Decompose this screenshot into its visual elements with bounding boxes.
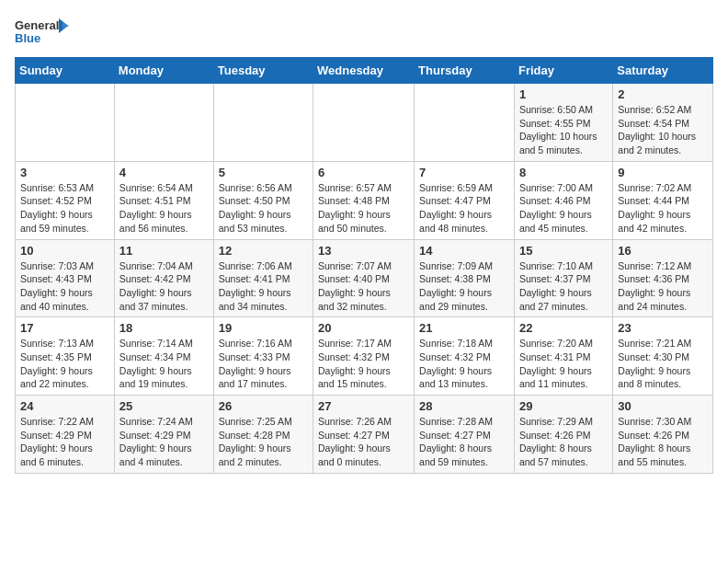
day-info: Sunrise: 6:57 AM Sunset: 4:48 PM Dayligh… xyxy=(318,181,409,236)
page-header: General Blue xyxy=(15,15,713,50)
calendar-cell: 6Sunrise: 6:57 AM Sunset: 4:48 PM Daylig… xyxy=(313,161,415,239)
day-info: Sunrise: 7:07 AM Sunset: 4:40 PM Dayligh… xyxy=(318,259,409,314)
day-number: 21 xyxy=(419,321,509,335)
day-number: 7 xyxy=(419,166,509,179)
day-info: Sunrise: 6:53 AM Sunset: 4:52 PM Dayligh… xyxy=(20,181,109,236)
day-info: Sunrise: 6:50 AM Sunset: 4:55 PM Dayligh… xyxy=(519,103,608,157)
calendar-cell: 9Sunrise: 7:02 AM Sunset: 4:44 PM Daylig… xyxy=(613,161,713,239)
day-number: 3 xyxy=(20,166,109,179)
calendar-cell xyxy=(16,84,115,162)
day-number: 5 xyxy=(219,166,308,179)
day-info: Sunrise: 6:54 AM Sunset: 4:51 PM Dayligh… xyxy=(119,181,209,236)
day-info: Sunrise: 7:22 AM Sunset: 4:29 PM Dayligh… xyxy=(20,415,109,469)
calendar-cell: 27Sunrise: 7:26 AM Sunset: 4:27 PM Dayli… xyxy=(313,396,415,474)
weekday-header-sunday: Sunday xyxy=(16,58,115,84)
day-info: Sunrise: 7:26 AM Sunset: 4:27 PM Dayligh… xyxy=(318,415,409,469)
calendar-week-row: 10Sunrise: 7:03 AM Sunset: 4:43 PM Dayli… xyxy=(16,239,713,317)
day-number: 6 xyxy=(318,166,409,179)
day-info: Sunrise: 7:02 AM Sunset: 4:44 PM Dayligh… xyxy=(618,181,708,236)
day-number: 30 xyxy=(618,399,708,413)
day-info: Sunrise: 7:25 AM Sunset: 4:28 PM Dayligh… xyxy=(219,415,308,469)
day-number: 20 xyxy=(318,321,409,335)
calendar-cell: 18Sunrise: 7:14 AM Sunset: 4:34 PM Dayli… xyxy=(114,317,213,396)
day-info: Sunrise: 7:03 AM Sunset: 4:43 PM Dayligh… xyxy=(20,259,109,314)
calendar-week-row: 3Sunrise: 6:53 AM Sunset: 4:52 PM Daylig… xyxy=(16,161,713,239)
day-info: Sunrise: 7:13 AM Sunset: 4:35 PM Dayligh… xyxy=(20,337,109,391)
calendar-cell: 25Sunrise: 7:24 AM Sunset: 4:29 PM Dayli… xyxy=(114,396,213,474)
day-number: 23 xyxy=(618,321,708,335)
calendar-cell: 7Sunrise: 6:59 AM Sunset: 4:47 PM Daylig… xyxy=(415,161,515,239)
day-number: 25 xyxy=(119,399,209,413)
day-number: 22 xyxy=(519,321,608,335)
calendar-cell: 23Sunrise: 7:21 AM Sunset: 4:30 PM Dayli… xyxy=(613,317,713,396)
calendar-week-row: 17Sunrise: 7:13 AM Sunset: 4:35 PM Dayli… xyxy=(16,317,713,396)
day-info: Sunrise: 7:24 AM Sunset: 4:29 PM Dayligh… xyxy=(119,415,209,469)
day-number: 9 xyxy=(618,166,708,179)
day-number: 12 xyxy=(219,244,308,258)
day-number: 10 xyxy=(20,244,109,258)
day-number: 26 xyxy=(219,399,308,413)
weekday-header-friday: Friday xyxy=(514,58,612,84)
calendar-cell: 3Sunrise: 6:53 AM Sunset: 4:52 PM Daylig… xyxy=(16,161,115,239)
day-info: Sunrise: 7:12 AM Sunset: 4:36 PM Dayligh… xyxy=(618,259,708,314)
calendar-cell: 14Sunrise: 7:09 AM Sunset: 4:38 PM Dayli… xyxy=(415,239,515,317)
calendar-week-row: 24Sunrise: 7:22 AM Sunset: 4:29 PM Dayli… xyxy=(16,396,713,474)
logo-svg: General Blue xyxy=(15,15,70,50)
day-info: Sunrise: 7:06 AM Sunset: 4:41 PM Dayligh… xyxy=(219,259,308,314)
calendar-week-row: 1Sunrise: 6:50 AM Sunset: 4:55 PM Daylig… xyxy=(16,84,713,162)
calendar-cell: 29Sunrise: 7:29 AM Sunset: 4:26 PM Dayli… xyxy=(514,396,612,474)
day-number: 19 xyxy=(219,321,308,335)
day-info: Sunrise: 6:52 AM Sunset: 4:54 PM Dayligh… xyxy=(618,103,708,157)
day-number: 18 xyxy=(119,321,209,335)
day-info: Sunrise: 7:09 AM Sunset: 4:38 PM Dayligh… xyxy=(419,259,509,314)
svg-marker-3 xyxy=(63,22,70,29)
day-info: Sunrise: 7:29 AM Sunset: 4:26 PM Dayligh… xyxy=(519,415,608,469)
calendar-cell xyxy=(114,84,213,162)
day-number: 1 xyxy=(519,87,608,101)
day-number: 4 xyxy=(119,166,209,179)
svg-text:General: General xyxy=(15,18,59,32)
logo: General Blue xyxy=(15,15,70,50)
svg-text:Blue: Blue xyxy=(15,31,40,45)
weekday-header-thursday: Thursday xyxy=(415,58,515,84)
calendar-cell: 10Sunrise: 7:03 AM Sunset: 4:43 PM Dayli… xyxy=(16,239,115,317)
day-number: 15 xyxy=(519,244,608,258)
calendar-cell xyxy=(415,84,515,162)
day-number: 24 xyxy=(20,399,109,413)
calendar-cell: 24Sunrise: 7:22 AM Sunset: 4:29 PM Dayli… xyxy=(16,396,115,474)
calendar-cell: 28Sunrise: 7:28 AM Sunset: 4:27 PM Dayli… xyxy=(415,396,515,474)
day-number: 16 xyxy=(618,244,708,258)
day-info: Sunrise: 7:00 AM Sunset: 4:46 PM Dayligh… xyxy=(519,181,608,236)
weekday-header-tuesday: Tuesday xyxy=(213,58,313,84)
day-info: Sunrise: 7:21 AM Sunset: 4:30 PM Dayligh… xyxy=(618,337,708,391)
weekday-header-wednesday: Wednesday xyxy=(313,58,415,84)
day-info: Sunrise: 7:30 AM Sunset: 4:26 PM Dayligh… xyxy=(618,415,708,469)
calendar-cell: 8Sunrise: 7:00 AM Sunset: 4:46 PM Daylig… xyxy=(514,161,612,239)
calendar-cell: 13Sunrise: 7:07 AM Sunset: 4:40 PM Dayli… xyxy=(313,239,415,317)
calendar-cell: 1Sunrise: 6:50 AM Sunset: 4:55 PM Daylig… xyxy=(514,84,612,162)
weekday-header-row: SundayMondayTuesdayWednesdayThursdayFrid… xyxy=(16,58,713,84)
day-info: Sunrise: 7:18 AM Sunset: 4:32 PM Dayligh… xyxy=(419,337,509,391)
calendar-cell: 19Sunrise: 7:16 AM Sunset: 4:33 PM Dayli… xyxy=(213,317,313,396)
calendar-cell: 17Sunrise: 7:13 AM Sunset: 4:35 PM Dayli… xyxy=(16,317,115,396)
calendar-cell xyxy=(213,84,313,162)
calendar-cell: 11Sunrise: 7:04 AM Sunset: 4:42 PM Dayli… xyxy=(114,239,213,317)
calendar-cell: 15Sunrise: 7:10 AM Sunset: 4:37 PM Dayli… xyxy=(514,239,612,317)
calendar-cell: 16Sunrise: 7:12 AM Sunset: 4:36 PM Dayli… xyxy=(613,239,713,317)
day-info: Sunrise: 7:28 AM Sunset: 4:27 PM Dayligh… xyxy=(419,415,509,469)
day-info: Sunrise: 7:04 AM Sunset: 4:42 PM Dayligh… xyxy=(119,259,209,314)
calendar-cell: 4Sunrise: 6:54 AM Sunset: 4:51 PM Daylig… xyxy=(114,161,213,239)
day-number: 8 xyxy=(519,166,608,179)
day-info: Sunrise: 7:20 AM Sunset: 4:31 PM Dayligh… xyxy=(519,337,608,391)
calendar-cell: 20Sunrise: 7:17 AM Sunset: 4:32 PM Dayli… xyxy=(313,317,415,396)
day-info: Sunrise: 7:10 AM Sunset: 4:37 PM Dayligh… xyxy=(519,259,608,314)
day-number: 13 xyxy=(318,244,409,258)
day-info: Sunrise: 7:14 AM Sunset: 4:34 PM Dayligh… xyxy=(119,337,209,391)
day-number: 17 xyxy=(20,321,109,335)
calendar-cell: 30Sunrise: 7:30 AM Sunset: 4:26 PM Dayli… xyxy=(613,396,713,474)
calendar-cell xyxy=(313,84,415,162)
day-info: Sunrise: 7:17 AM Sunset: 4:32 PM Dayligh… xyxy=(318,337,409,391)
calendar-cell: 22Sunrise: 7:20 AM Sunset: 4:31 PM Dayli… xyxy=(514,317,612,396)
weekday-header-saturday: Saturday xyxy=(613,58,713,84)
day-number: 28 xyxy=(419,399,509,413)
